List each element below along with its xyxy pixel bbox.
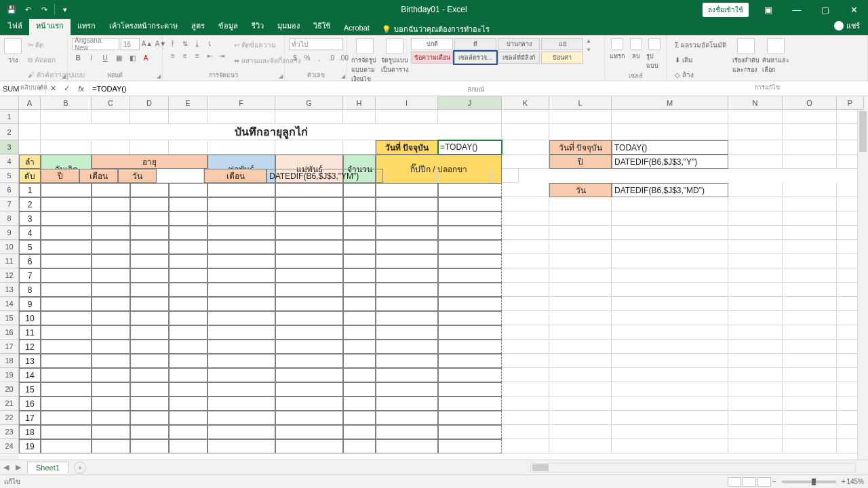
cell-N6[interactable] (728, 183, 783, 197)
tab-help[interactable]: วิธีใช้ (307, 16, 337, 35)
style-explain[interactable]: ข้อความเตือน (411, 52, 453, 64)
cell-O14[interactable] (783, 297, 837, 311)
cell-L7[interactable] (549, 197, 612, 211)
cell-J13[interactable] (438, 283, 502, 297)
cell-J22[interactable] (438, 411, 502, 425)
number-format[interactable]: ทั่วไป (289, 38, 343, 50)
cell-J20[interactable] (438, 382, 502, 396)
cell-F12[interactable] (208, 268, 275, 283)
cell-I11[interactable] (376, 254, 438, 268)
cell-C18[interactable] (92, 354, 130, 368)
cell-D17[interactable] (130, 340, 169, 354)
row-header-2[interactable]: 2 (0, 124, 19, 140)
cell-C9[interactable] (92, 226, 130, 240)
cell-A3[interactable] (19, 140, 41, 155)
row-header-10[interactable]: 10 (0, 240, 19, 254)
cell-H20[interactable] (343, 382, 376, 396)
cell-D16[interactable] (130, 325, 169, 340)
cell-D12[interactable] (130, 268, 169, 283)
cell-M8[interactable] (612, 211, 728, 226)
cell-A19[interactable]: 14 (19, 368, 41, 382)
cell-F17[interactable] (208, 340, 275, 354)
autosum-button[interactable]: Σ ผลรวมอัตโนมัติ (671, 38, 730, 52)
cell-N2[interactable] (728, 124, 783, 140)
cell-F1[interactable] (208, 110, 275, 124)
cell-N17[interactable] (728, 340, 783, 354)
cell-B19[interactable] (41, 368, 92, 382)
cell-M1[interactable] (612, 110, 728, 124)
cell-F7[interactable] (208, 197, 275, 211)
cell-E19[interactable] (169, 368, 208, 382)
cell-C21[interactable] (92, 396, 130, 411)
row-header-22[interactable]: 22 (0, 411, 19, 425)
cell-H10[interactable] (343, 240, 376, 254)
cell-K22[interactable] (502, 411, 549, 425)
cell-E20[interactable] (169, 382, 208, 396)
cell-O2[interactable] (783, 124, 837, 140)
cell-I3[interactable]: วันที่ ปัจจุบัน (376, 140, 438, 155)
cell-D7[interactable] (130, 197, 169, 211)
align-bot-icon[interactable]: ⭳ (191, 38, 203, 49)
cell-M6[interactable]: DATEDIF(B6,$J$3,"MD") (612, 183, 728, 197)
style-bad[interactable]: ดี (454, 38, 496, 50)
cell-A24[interactable]: 19 (19, 439, 41, 453)
cell-D24[interactable] (130, 439, 169, 453)
cell-M7[interactable] (612, 197, 728, 211)
cell-B12[interactable] (41, 268, 92, 283)
cell-M21[interactable] (612, 396, 728, 411)
cell-C3[interactable] (92, 140, 130, 155)
cell-G14[interactable] (275, 297, 343, 311)
col-header-K[interactable]: K (502, 96, 549, 110)
cell-M16[interactable] (612, 325, 728, 340)
col-header-G[interactable]: G (275, 96, 343, 110)
col-header-E[interactable]: E (169, 96, 208, 110)
cell-K1[interactable] (502, 110, 549, 124)
cell-H6[interactable] (343, 183, 376, 197)
cell-A8[interactable]: 3 (19, 211, 41, 226)
cell-B6[interactable] (41, 183, 92, 197)
cell-E9[interactable] (169, 226, 208, 240)
clear-button[interactable]: ◇ ล้าง (671, 68, 730, 82)
cell-L9[interactable] (549, 226, 612, 240)
cell-J24[interactable] (438, 439, 502, 453)
col-header-C[interactable]: C (92, 96, 130, 110)
save-icon[interactable]: 💾 (4, 3, 19, 16)
format-table-button[interactable]: จัดรูปแบบเป็นตาราง (381, 38, 408, 75)
cell-A22[interactable]: 17 (19, 411, 41, 425)
cell-A4[interactable]: ลำ (19, 155, 41, 169)
cell-M17[interactable] (612, 340, 728, 354)
cell-J6[interactable] (438, 183, 502, 197)
cell-A14[interactable]: 9 (19, 297, 41, 311)
cell-L17[interactable] (549, 340, 612, 354)
cell-K13[interactable] (502, 283, 549, 297)
style-check[interactable]: เซลล์ตรวจ... (454, 52, 496, 64)
cell-I13[interactable] (376, 283, 438, 297)
cell-K2[interactable] (502, 124, 549, 140)
cell-C16[interactable] (92, 325, 130, 340)
orientation-icon[interactable]: ⤹ (203, 38, 216, 49)
cell-N4[interactable] (728, 155, 783, 169)
cell-K18[interactable] (502, 354, 549, 368)
cell-M10[interactable] (612, 240, 728, 254)
maximize-icon[interactable]: ▢ (811, 0, 840, 19)
cell-F21[interactable] (208, 396, 275, 411)
signin-button[interactable]: ลงชื่อเข้าใช้ (703, 3, 749, 17)
find-select-button[interactable]: ค้นหาและเลือก (762, 38, 789, 75)
cell-M24[interactable] (612, 439, 728, 453)
cell-H22[interactable] (343, 411, 376, 425)
row-header-6[interactable]: 6 (0, 183, 19, 197)
cell-K3[interactable] (502, 140, 549, 155)
cell-A9[interactable]: 4 (19, 226, 41, 240)
cell-F10[interactable] (208, 240, 275, 254)
cell-K15[interactable] (502, 311, 549, 325)
delete-cells-button[interactable]: ลบ (628, 38, 644, 61)
cell-A20[interactable]: 15 (19, 382, 41, 396)
cell-L22[interactable] (549, 411, 612, 425)
cell-O4[interactable] (783, 155, 837, 169)
cell-N15[interactable] (728, 311, 783, 325)
cell-I24[interactable] (376, 439, 438, 453)
cell-L14[interactable] (549, 297, 612, 311)
cell-O11[interactable] (783, 254, 837, 268)
cell-E8[interactable] (169, 211, 208, 226)
col-header-B[interactable]: B (41, 96, 92, 110)
